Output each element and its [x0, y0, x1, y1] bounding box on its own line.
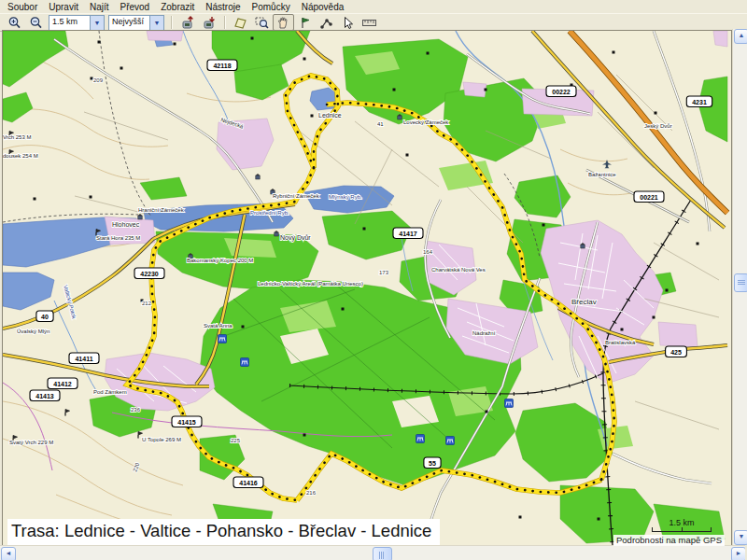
- poi-dot[interactable]: [311, 115, 314, 118]
- road-shield: 425: [666, 346, 687, 357]
- monument-icon[interactable]: [138, 214, 142, 219]
- receive-from-gps-icon[interactable]: [198, 14, 219, 31]
- map-canvas[interactable]: 4211800222423100221414174255540422304141…: [3, 31, 731, 545]
- menu-item-upravit[interactable]: Upravit: [44, 1, 85, 13]
- poi-dot[interactable]: [34, 198, 36, 201]
- poi-dot[interactable]: [174, 43, 176, 46]
- chevron-down-icon[interactable]: ▼: [90, 16, 104, 30]
- road-shield: 4231: [686, 96, 712, 107]
- zoom-region-icon[interactable]: [251, 14, 273, 31]
- map-label: Svatý Vrch 229 M: [9, 440, 53, 445]
- road-shield: 55: [424, 457, 441, 469]
- road-shield: 41417: [393, 228, 423, 239]
- scale-bar: 1.5 km: [652, 518, 712, 532]
- svg-text:41415: 41415: [177, 419, 196, 426]
- poi-dot[interactable]: [242, 326, 245, 329]
- poi-dot[interactable]: [666, 289, 669, 292]
- map-label: Bakomanský Kopec 200 M: [187, 258, 253, 263]
- map-label: Lednicko-Valtický Areál (Památka Unesco): [258, 281, 363, 287]
- poi-dot[interactable]: [655, 112, 657, 115]
- road-shield: 40: [36, 311, 53, 322]
- poi-dot[interactable]: [697, 243, 699, 245]
- poi-dot[interactable]: [486, 411, 488, 413]
- zoom-out-icon[interactable]: [25, 14, 47, 31]
- send-to-gps-icon[interactable]: [176, 14, 198, 31]
- menu-item-najit[interactable]: Najít: [85, 1, 116, 13]
- map-label: Prostřední Ryb.: [250, 210, 289, 216]
- scroll-down-button[interactable]: ▼: [734, 530, 747, 545]
- menu-bar: SouborUpravitNajítPřevodZobrazitNástroje…: [0, 0, 747, 13]
- measure-icon[interactable]: [359, 14, 380, 31]
- svg-text:00222: 00222: [552, 89, 571, 95]
- road-shield: 41412: [48, 378, 78, 389]
- menu-item-prevod[interactable]: Převod: [116, 1, 157, 13]
- detail-level-select[interactable]: Nejvyšší ▼: [108, 15, 164, 31]
- poi-dot[interactable]: [251, 37, 254, 40]
- horizontal-scrollbar-thumb[interactable]: [373, 547, 392, 560]
- map-label: 216: [306, 490, 317, 496]
- picnic-site-icon[interactable]: [505, 399, 514, 408]
- poi-dot[interactable]: [303, 58, 306, 61]
- menu-item-pomucky[interactable]: Pomůcky: [247, 1, 297, 13]
- scroll-left-button[interactable]: ◄: [1, 547, 16, 560]
- map-label: Úvalský Mlýn: [17, 329, 49, 334]
- picnic-site-icon[interactable]: [241, 358, 249, 367]
- scroll-up-button[interactable]: ▲: [734, 29, 747, 44]
- map-label: 209: [93, 77, 104, 83]
- poi-dot[interactable]: [543, 224, 545, 227]
- route-caption: Trasa: Lednice - Valtice - Pohansko - Bř…: [7, 519, 440, 545]
- poi-dot[interactable]: [120, 67, 123, 70]
- svg-text:42118: 42118: [213, 63, 231, 69]
- picnic-site-icon[interactable]: [218, 335, 227, 343]
- poi-dot[interactable]: [393, 89, 396, 91]
- poi-dot[interactable]: [485, 89, 487, 91]
- poi-dot[interactable]: [598, 518, 600, 521]
- map-label: Nový Dvůr: [280, 234, 311, 242]
- scroll-right-button[interactable]: ►: [731, 547, 746, 560]
- road-shield: 41416: [233, 477, 263, 488]
- poi-dot[interactable]: [519, 516, 522, 519]
- toolbar-separator: [224, 16, 225, 29]
- waypoint-flag-icon[interactable]: [294, 14, 316, 31]
- map-label: 220: [132, 461, 140, 472]
- vertical-scrollbar[interactable]: ▲ ▼: [732, 29, 747, 545]
- poi-dot[interactable]: [303, 434, 306, 437]
- svg-text:41416: 41416: [239, 480, 258, 486]
- poi-dot[interactable]: [621, 329, 624, 331]
- toolbar-separator: [171, 16, 172, 29]
- monument-icon[interactable]: [275, 231, 278, 236]
- hand-tool-icon[interactable]: [273, 14, 294, 31]
- horizontal-scrollbar[interactable]: ◄ ►: [0, 545, 745, 560]
- scale-bar-label: 1.5 km: [669, 518, 694, 527]
- poi-dot[interactable]: [653, 316, 655, 319]
- picnic-site-icon[interactable]: [416, 435, 425, 443]
- map-viewport: 4211800222423100221414174255540422304141…: [3, 31, 731, 545]
- poi-dot[interactable]: [427, 52, 430, 55]
- poi-dot[interactable]: [363, 228, 366, 231]
- map-select-icon[interactable]: [230, 14, 251, 31]
- poi-dot[interactable]: [406, 154, 409, 157]
- map-label: Hlohovec: [112, 221, 140, 228]
- menu-item-zobrazit[interactable]: Zobrazit: [156, 1, 201, 13]
- poi-dot[interactable]: [613, 51, 615, 54]
- menu-item-napoveda[interactable]: Nápověda: [297, 1, 351, 13]
- map-label: dousek 254 M: [3, 153, 38, 159]
- vertical-scrollbar-thumb[interactable]: [734, 273, 747, 292]
- picnic-site-icon[interactable]: [446, 437, 455, 445]
- svg-text:55: 55: [429, 460, 436, 467]
- map-scale-select[interactable]: 1.5 km ▼: [49, 15, 105, 31]
- monument-icon[interactable]: [256, 174, 260, 179]
- map-label: 236: [131, 407, 141, 413]
- zoom-in-icon[interactable]: [4, 14, 25, 31]
- route-tool-icon[interactable]: [316, 14, 337, 31]
- menu-item-nastroje[interactable]: Nástroje: [201, 1, 247, 13]
- road-shield: 41415: [172, 416, 202, 427]
- poi-dot[interactable]: [342, 308, 345, 311]
- chevron-down-icon[interactable]: ▼: [149, 16, 163, 30]
- map-label: 225: [231, 438, 241, 443]
- pointer-icon[interactable]: [337, 14, 359, 31]
- poi-dot[interactable]: [90, 196, 92, 199]
- map-label: Lednice: [318, 112, 342, 119]
- poi-dot[interactable]: [98, 41, 101, 44]
- menu-item-soubor[interactable]: Soubor: [3, 1, 44, 13]
